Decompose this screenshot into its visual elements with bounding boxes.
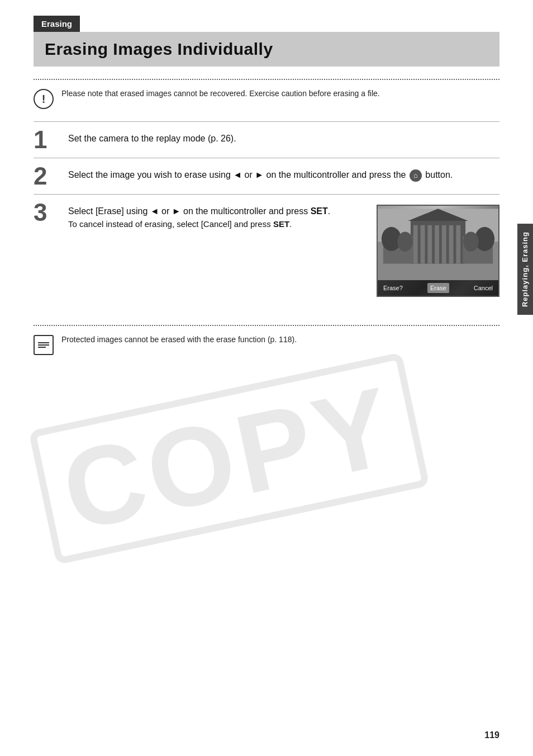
erase-question-label: Erase? <box>383 284 403 293</box>
side-tab: Replaying, Erasing <box>517 224 533 315</box>
step-3: 3 Select [Erase] using ◄ or ► on the mul… <box>34 194 499 303</box>
warning-icon: ! <box>34 89 54 109</box>
protect-line-3 <box>38 347 46 348</box>
camera-display-inner: Erase? Erase Cancel <box>378 206 498 296</box>
svg-rect-3 <box>413 225 418 264</box>
home-button-icon <box>410 169 422 182</box>
step-3-main-text: Select [Erase] using ◄ or ► on the multi… <box>68 205 365 218</box>
step3-arrow-left-icon: ◄ <box>150 206 159 216</box>
step-2-number: 2 <box>34 164 58 188</box>
svg-rect-5 <box>427 225 432 264</box>
warning-note: ! Please note that erased images cannot … <box>34 86 499 111</box>
step-1: 1 Set the camera to the replay mode (p. … <box>34 121 499 158</box>
set-label: SET <box>311 206 328 216</box>
svg-rect-7 <box>442 225 446 264</box>
cancel-option-label: Cancel <box>474 284 493 293</box>
protect-icon-lines <box>38 342 49 348</box>
page-number: 119 <box>484 730 499 740</box>
step-3-image-area: Erase? Erase Cancel <box>377 205 499 297</box>
bottom-note-section: Protected images cannot be erased with t… <box>34 325 499 357</box>
step-1-text: Set the camera to the replay mode (p. 26… <box>68 132 499 145</box>
step-2-content: Select the image you wish to erase using… <box>68 166 499 182</box>
svg-point-15 <box>397 232 412 252</box>
dotted-separator-bottom <box>34 325 499 326</box>
svg-rect-6 <box>435 225 439 264</box>
copy-text: COPY <box>28 352 430 565</box>
step-1-number: 1 <box>34 127 58 152</box>
arrow-right-icon: ► <box>255 170 264 179</box>
set-label-2: SET <box>273 219 289 229</box>
dotted-separator-top <box>34 79 499 80</box>
step-3-text-area: Select [Erase] using ◄ or ► on the multi… <box>68 205 365 231</box>
main-title-bar: Erasing Images Individually <box>34 32 499 67</box>
step-2-text: Select the image you wish to erase using… <box>68 168 499 182</box>
svg-point-16 <box>463 232 478 252</box>
svg-rect-4 <box>421 225 425 264</box>
warning-text: Please note that erased images cannot be… <box>61 88 380 100</box>
step-2: 2 Select the image you wish to erase usi… <box>34 158 499 194</box>
step3-arrow-right-icon: ► <box>172 206 181 216</box>
erase-option-label: Erase <box>427 283 449 294</box>
svg-rect-9 <box>456 225 460 264</box>
protect-line-2 <box>38 344 49 346</box>
camera-bottom-bar: Erase? Erase Cancel <box>378 280 498 296</box>
camera-display: Erase? Erase Cancel <box>377 205 499 297</box>
bottom-note-box: Protected images cannot be erased with t… <box>34 332 499 357</box>
building-silhouette <box>378 207 498 280</box>
step-3-layout: Select [Erase] using ◄ or ► on the multi… <box>68 205 499 297</box>
step-1-content: Set the camera to the replay mode (p. 26… <box>68 130 499 145</box>
section-tab: Erasing <box>34 16 80 32</box>
page-title: Erasing Images Individually <box>45 40 488 59</box>
copy-watermark: COPY <box>3 254 455 663</box>
protect-line-1 <box>38 342 49 343</box>
protect-icon <box>34 335 54 355</box>
arrow-left-icon: ◄ <box>233 170 242 179</box>
step-3-content: Select [Erase] using ◄ or ► on the multi… <box>68 202 499 297</box>
step-3-number: 3 <box>34 200 58 225</box>
svg-rect-8 <box>449 225 454 264</box>
step-3-cancel-text: To cancel instead of erasing, select [Ca… <box>68 218 365 231</box>
bottom-note-text: Protected images cannot be erased with t… <box>61 334 297 346</box>
